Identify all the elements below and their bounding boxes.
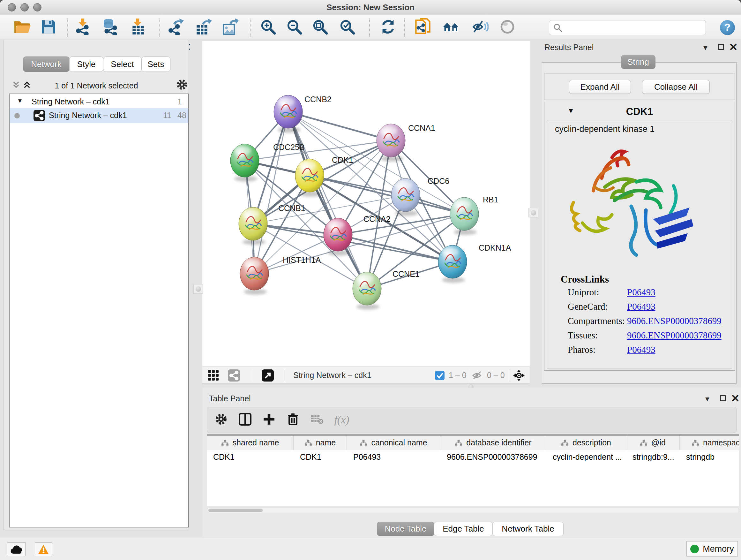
node-label-RB1: RB1 [483, 195, 498, 204]
crosslink-link[interactable]: 9606.ENSP00000378699 [627, 330, 722, 341]
results-panel-menu-icon[interactable]: ▼ [702, 44, 709, 52]
scrollbar-thumb[interactable] [208, 509, 263, 512]
node-label-CCNE1: CCNE1 [393, 269, 420, 278]
window-close-button[interactable] [8, 3, 16, 11]
import-database-icon[interactable] [102, 18, 118, 37]
table-panel-close-icon[interactable]: ✕ [731, 395, 740, 401]
network-node-RB1[interactable] [450, 197, 479, 235]
warnings-button[interactable] [35, 543, 52, 556]
fit-crosshair-icon[interactable] [513, 369, 525, 383]
export-table-icon[interactable] [196, 18, 212, 37]
tab-network-table[interactable]: Network Table [492, 522, 563, 536]
network-options-gear-icon[interactable] [176, 78, 188, 92]
node-label-CCNA1: CCNA1 [408, 124, 435, 132]
gene-description: cyclin-dependent kinase 1 [555, 124, 655, 134]
cloud-button[interactable] [7, 543, 25, 556]
table-settings-gear-icon[interactable] [215, 413, 227, 427]
network-row[interactable]: String Network – cdk1 11 48 [10, 108, 188, 123]
save-session-icon[interactable] [41, 19, 56, 36]
results-tab-string[interactable]: String [621, 55, 656, 69]
network-node-CDC25B[interactable] [230, 144, 259, 182]
crosslink-link[interactable]: P06493 [627, 287, 656, 298]
tab-edge-table[interactable]: Edge Table [434, 522, 493, 536]
table-panel-float-icon[interactable] [720, 395, 726, 401]
column-header-description[interactable]: description [546, 435, 626, 450]
network-collection-row[interactable]: ▼ String Network – cdk1 1 [10, 96, 188, 108]
network-node-CDC6[interactable] [391, 179, 420, 216]
hide-graphics-details-icon[interactable] [472, 19, 488, 36]
column-header--id[interactable]: @id [626, 435, 680, 450]
grid-view-icon[interactable] [207, 369, 219, 383]
toolbar-separator [250, 18, 251, 37]
selected-counts: 1 – 0 [449, 371, 467, 380]
network-node-CCNA1[interactable] [377, 124, 405, 162]
add-column-icon[interactable] [263, 413, 275, 427]
network-edge[interactable] [254, 112, 288, 273]
table-panel-menu-icon[interactable]: ▼ [704, 395, 711, 403]
left-splitter-handle[interactable] [193, 284, 203, 294]
zoom-selected-icon[interactable] [339, 19, 355, 36]
node-label-CDK1: CDK1 [332, 155, 353, 165]
zoom-out-icon[interactable] [286, 19, 302, 36]
node-table: shared namenamecanonical namedatabase id… [207, 435, 739, 506]
zoom-in-icon[interactable] [260, 19, 276, 36]
split-columns-icon[interactable] [239, 413, 252, 427]
crosslink-link[interactable]: P06493 [627, 345, 656, 355]
network-node-CCNB2[interactable] [274, 95, 302, 133]
network-node-CDKN1A[interactable] [438, 245, 467, 283]
homes-icon[interactable] [442, 19, 460, 36]
search-field [549, 20, 706, 35]
network-birdseye-icon[interactable] [228, 369, 240, 381]
column-header-shared-name[interactable]: shared name [207, 435, 293, 450]
crosslink-label: Compartments: [568, 316, 625, 326]
network-edge[interactable] [254, 140, 391, 273]
export-network-icon[interactable] [168, 18, 184, 37]
crosslink-link[interactable]: P06493 [627, 301, 656, 312]
title-bar: Session: New Session [0, 0, 741, 15]
results-panel-float-icon[interactable] [718, 44, 724, 50]
network-node-HIST1H1A[interactable] [240, 257, 269, 295]
column-header-canonical-name[interactable]: canonical name [347, 435, 441, 450]
table-row[interactable]: CDK1CDK1P064939606.ENSP00000378699cyclin… [207, 450, 739, 464]
results-panel-close-icon[interactable]: ✕ [729, 44, 738, 51]
import-network-icon[interactable] [75, 18, 90, 37]
open-session-icon[interactable] [14, 19, 31, 36]
delete-column-trash-icon[interactable] [287, 413, 299, 427]
tab-select[interactable]: Select [103, 57, 142, 72]
export-image-icon[interactable] [222, 18, 239, 37]
network-node-CCNE1[interactable] [353, 272, 381, 310]
window-minimize-button[interactable] [20, 3, 29, 11]
window-zoom-button[interactable] [33, 3, 42, 11]
show-graphics-details-icon[interactable] [500, 19, 515, 36]
network-canvas[interactable]: CCNB2CCNA1CDC25BCDK1CDC6RB1CCNB1CCNA2CDK… [202, 41, 530, 367]
collapse-all-button[interactable]: Collapse All [642, 80, 710, 94]
table-horizontal-scrollbar[interactable] [207, 508, 739, 513]
collection-expand-icon[interactable]: ▼ [17, 98, 23, 105]
search-input[interactable] [562, 23, 700, 32]
right-splitter-handle[interactable] [529, 208, 538, 217]
zoom-fit-icon[interactable] [312, 19, 328, 36]
expand-all-button[interactable]: Expand All [569, 80, 631, 94]
tab-network[interactable]: Network [23, 57, 70, 72]
node-label-CCNA2: CCNA2 [363, 214, 391, 224]
column-header-namespace[interactable]: namespace [680, 435, 739, 450]
selected-checkbox-icon[interactable] [435, 371, 445, 380]
open-external-icon[interactable] [262, 369, 274, 381]
memory-button[interactable]: Memory [686, 541, 738, 557]
column-header-name[interactable]: name [293, 435, 347, 450]
help-icon[interactable]: ? [720, 20, 735, 35]
search-icon [553, 23, 562, 33]
column-header-database-identifier[interactable]: database identifier [441, 435, 546, 450]
tab-style[interactable]: Style [69, 57, 104, 72]
network-node-CCNB1[interactable] [239, 207, 267, 245]
crosslink-link[interactable]: 9606.ENSP00000378699 [627, 316, 722, 326]
table-cell: stringdb:9... [626, 450, 680, 464]
tab-sets[interactable]: Sets [141, 57, 171, 72]
function-builder-icon: f(x) [334, 414, 349, 426]
import-table-icon[interactable] [131, 18, 145, 37]
network-edge[interactable] [338, 235, 453, 262]
share-document-icon[interactable] [415, 18, 430, 37]
table-toolbar: f(x) [207, 407, 737, 433]
refresh-icon[interactable] [380, 19, 396, 36]
tab-node-table[interactable]: Node Table [377, 522, 434, 536]
